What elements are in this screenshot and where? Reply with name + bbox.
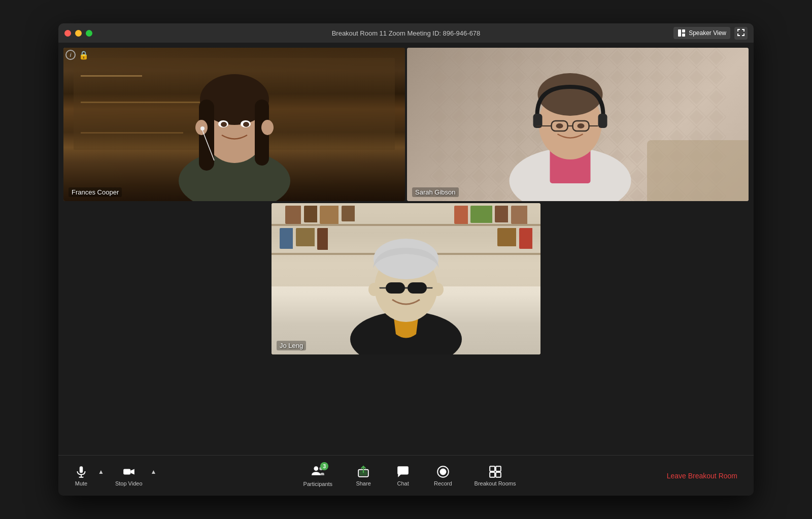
svg-point-33 [556,123,563,128]
chat-button[interactable]: Chat [390,462,416,490]
svg-rect-7 [199,100,214,171]
jo-person-svg [332,212,480,354]
record-button[interactable]: Record [430,462,456,490]
svg-point-25 [559,74,581,92]
svg-point-50 [314,466,319,471]
participants-label: Participants [303,481,332,487]
frances-name-label: Frances Cooper [69,187,122,197]
svg-rect-59 [496,472,501,477]
stop-video-button[interactable]: Stop Video [111,462,147,490]
svg-rect-58 [490,472,495,477]
svg-rect-27 [598,114,607,128]
stop-video-label: Stop Video [115,480,143,486]
svg-rect-46 [80,466,83,473]
toolbar-right: Leave Breakout Room [661,468,743,484]
fullscreen-icon [737,29,745,36]
video-camera-icon [122,465,136,478]
breakout-rooms-label: Breakout Rooms [475,480,516,486]
svg-rect-49 [123,469,130,474]
svg-point-13 [221,122,227,127]
svg-point-10 [261,120,274,135]
leave-breakout-button[interactable]: Leave Breakout Room [661,468,743,484]
video-area: i 🔒 [58,43,754,455]
minimize-button[interactable] [75,30,82,37]
breakout-rooms-icon [489,465,502,478]
share-button[interactable]: Share [351,462,376,490]
microphone-icon [75,465,88,478]
sarah-name-label: Sarah Gibson [412,187,459,197]
mute-chevron-button[interactable]: ▲ [96,468,106,475]
frances-video-bg [63,48,405,201]
toolbar: Mute ▲ Stop Video ▲ [58,455,754,496]
svg-rect-1 [682,29,685,33]
video-cell-jo: Jo Leng [272,203,540,354]
speaker-view-button[interactable]: Speaker View [673,27,730,39]
titlebar-right: Speaker View [673,27,748,40]
zoom-window: Breakout Room 11 Zoom Meeting ID: 896-94… [58,23,754,496]
bottom-video-row: Jo Leng [63,203,749,354]
chat-label: Chat [397,480,409,486]
participants-button[interactable]: 3 Participants [299,461,336,490]
top-video-row: Frances Cooper [63,48,749,201]
video-chevron-button[interactable]: ▲ [149,468,159,475]
svg-point-44 [368,283,380,296]
video-cell-sarah: Sarah Gibson [407,48,749,201]
fullscreen-button[interactable] [734,27,748,40]
svg-point-34 [577,123,584,128]
svg-point-45 [432,283,444,296]
participants-badge: 3 [311,464,324,479]
svg-rect-56 [490,466,495,471]
mute-label: Mute [75,480,87,486]
window-title: Breakout Room 11 Zoom Meeting ID: 896-94… [332,29,481,37]
sarah-video-bg [407,48,749,201]
speaker-view-icon [678,29,686,37]
jo-name-label: Jo Leng [277,341,306,350]
maximize-button[interactable] [86,30,92,37]
speaker-view-label: Speaker View [689,29,726,37]
svg-point-38 [374,239,438,279]
svg-point-55 [439,468,446,475]
svg-rect-2 [682,34,685,37]
svg-rect-0 [678,29,681,37]
record-icon [436,465,450,478]
share-label: Share [356,480,370,486]
svg-rect-53 [359,470,367,475]
toolbar-center: 3 Participants Share Chat [158,461,660,490]
jo-video-bg [272,203,540,354]
svg-point-15 [200,126,205,131]
info-icon[interactable]: i [65,50,76,60]
svg-rect-40 [408,282,427,294]
mute-button[interactable]: Mute [69,462,94,490]
frances-person-svg [153,49,316,201]
breakout-rooms-button[interactable]: Breakout Rooms [470,462,520,490]
svg-rect-57 [496,466,501,471]
close-button[interactable] [64,30,71,37]
record-label: Record [434,480,452,486]
participants-count: 3 [320,462,328,470]
svg-point-14 [243,122,249,127]
share-icon [357,465,370,478]
toolbar-left: Mute ▲ Stop Video ▲ [69,462,158,490]
lock-icon: 🔒 [79,50,89,60]
svg-rect-39 [386,282,405,294]
sarah-person-svg [491,49,649,201]
video-cell-frances: Frances Cooper [63,48,405,201]
chat-icon [396,465,410,478]
traffic-lights [64,30,92,37]
titlebar: Breakout Room 11 Zoom Meeting ID: 896-94… [58,23,754,43]
